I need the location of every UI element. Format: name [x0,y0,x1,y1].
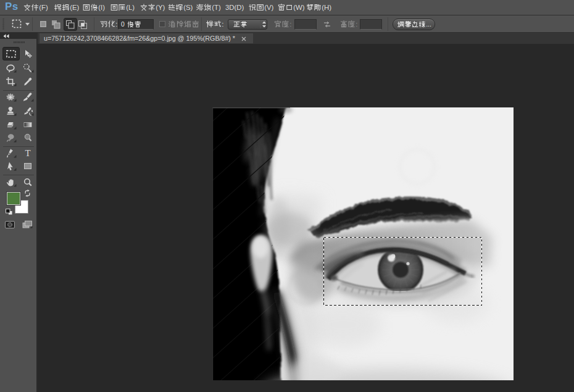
svg-text:(E): (E) [70,4,79,11]
svg-text:(H): (H) [322,4,331,11]
svg-text:(L): (L) [126,4,135,11]
svg-text:T: T [25,148,30,158]
svg-text::: : [289,20,291,28]
svg-text:(S): (S) [183,4,193,11]
svg-text::: : [222,20,223,28]
svg-text:(V): (V) [264,4,273,11]
svg-text:(I): (I) [98,4,105,11]
svg-text:0: 0 [121,21,125,28]
svg-text::: : [115,20,117,28]
svg-text:(W): (W) [293,4,305,11]
svg-text:(Y): (Y) [156,4,165,11]
svg-text:(F): (F) [39,4,48,11]
svg-text:...: ... [426,21,431,28]
svg-text:3D(D): 3D(D) [225,4,244,11]
svg-text:(T): (T) [212,4,221,11]
svg-text::: : [356,20,357,28]
